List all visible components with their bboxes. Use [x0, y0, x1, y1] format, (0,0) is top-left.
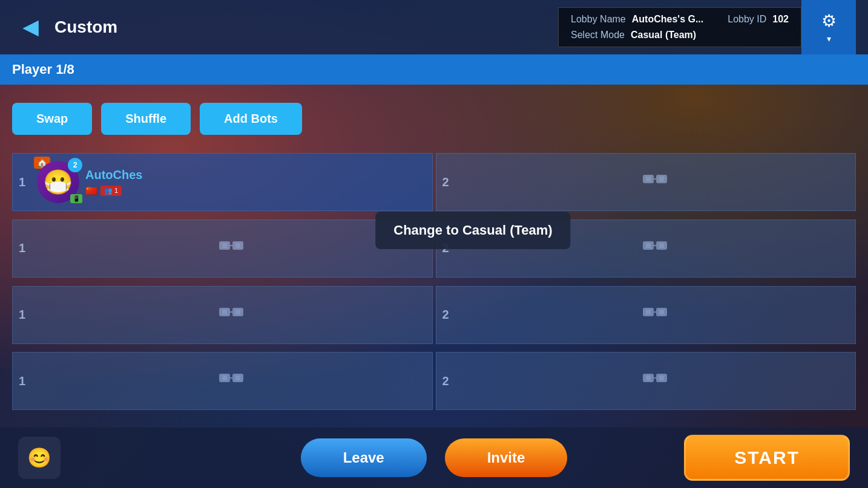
avatar-wrapper: 😷 2 📱 [37, 161, 79, 203]
robot-icon-t2-3 [640, 303, 670, 327]
slot-icon-t2-3 [461, 303, 850, 327]
slot-icon-t1-2 [37, 236, 426, 261]
gear-icon: ⚙ [821, 11, 837, 31]
chevron-down-icon: ▾ [827, 34, 831, 44]
player-meta: 🇨🇳 👥 1 [85, 185, 142, 197]
robot-icon-t1-4 [216, 369, 246, 393]
svg-rect-2 [646, 177, 651, 181]
slot-number-t2-4: 2 [442, 374, 461, 388]
lobby-name-row: Lobby Name AutoChes's G... Lobby ID 102 [571, 14, 789, 25]
slot-number-t2-1: 2 [442, 175, 461, 189]
lobby-id-label: Lobby ID [728, 14, 766, 25]
main-content: Swap Shuffle Add Bots 1 🏠 😷 2 📱 AutoChes [0, 85, 868, 428]
robot-icon-t2-2 [640, 236, 670, 261]
player-details: AutoChes 🇨🇳 👥 1 [85, 168, 142, 197]
back-icon: ◀ [23, 16, 38, 39]
team1-slot-1[interactable]: 1 🏠 😷 2 📱 AutoChes 🇨🇳 👥 1 [12, 153, 433, 211]
robot-icon-t2-4 [640, 369, 670, 393]
robot-icon [640, 170, 670, 194]
robot-icon-t1-2 [216, 236, 246, 261]
svg-rect-11 [659, 243, 664, 248]
slot-number-t1-4: 1 [19, 374, 37, 388]
invite-button[interactable]: Invite [445, 438, 568, 477]
svg-rect-14 [222, 310, 227, 314]
team2-slot-2[interactable]: 2 [436, 220, 856, 278]
slot-number-t1-1: 1 [19, 175, 37, 189]
slot-icon-t2-4 [461, 369, 850, 393]
svg-rect-19 [659, 310, 664, 314]
slot-number-t2-2: 2 [442, 241, 461, 255]
bottom-bar: 😊 Leave Invite START [0, 428, 868, 488]
svg-rect-10 [646, 243, 651, 248]
lobby-name-value: AutoChes's G... [632, 14, 703, 25]
slot-icon-t1-4 [37, 369, 426, 393]
team1-slot-3[interactable]: 1 [12, 286, 433, 344]
slot-icon-t1-3 [37, 303, 426, 327]
page-title: Custom [54, 18, 117, 37]
settings-button[interactable]: ⚙ ▾ [801, 0, 856, 54]
svg-rect-6 [222, 243, 227, 248]
select-mode-row: Select Mode Casual (Team) [571, 30, 789, 41]
robot-icon-t1-3 [216, 303, 246, 327]
player-count-text: Player 1/8 [12, 62, 74, 77]
lobby-info-panel: Lobby Name AutoChes's G... Lobby ID 102 … [558, 7, 801, 47]
svg-rect-7 [235, 243, 240, 248]
rank-badge: 👥 1 [100, 186, 122, 196]
svg-rect-22 [222, 376, 227, 380]
svg-rect-18 [646, 310, 651, 314]
svg-rect-15 [235, 310, 240, 314]
svg-rect-3 [659, 177, 664, 181]
chat-icon: 😊 [27, 446, 51, 469]
team1-slot-4[interactable]: 1 [12, 352, 433, 410]
slot-icon-t2-1 [461, 170, 850, 194]
header-bar: ◀ Custom Lobby Name AutoChes's G... Lobb… [0, 0, 868, 54]
chat-button[interactable]: 😊 [18, 437, 61, 479]
slot-number-t2-3: 2 [442, 308, 461, 322]
swap-button[interactable]: Swap [12, 103, 92, 135]
slot-icon-t2-2 [461, 236, 850, 261]
leave-button[interactable]: Leave [301, 438, 427, 477]
lobby-name-label: Lobby Name [571, 14, 626, 25]
shuffle-button[interactable]: Shuffle [101, 103, 191, 135]
player-info: 😷 2 📱 AutoChes 🇨🇳 👥 1 [37, 161, 426, 203]
phone-badge: 📱 [70, 194, 82, 203]
select-mode-label: Select Mode [571, 30, 625, 41]
action-buttons-row: Swap Shuffle Add Bots [12, 103, 856, 135]
team2-slot-1[interactable]: 2 [436, 153, 856, 211]
teams-grid: 1 🏠 😷 2 📱 AutoChes 🇨🇳 👥 1 [12, 153, 856, 415]
player-count-bar: Player 1/8 [0, 54, 868, 85]
svg-rect-26 [646, 376, 651, 380]
player-name: AutoChes [85, 168, 142, 182]
team2-slot-3[interactable]: 2 [436, 286, 856, 344]
svg-rect-27 [659, 376, 664, 380]
team2-slot-4[interactable]: 2 [436, 352, 856, 410]
flag-icon: 🇨🇳 [85, 185, 97, 197]
level-badge: 2 [68, 158, 82, 172]
svg-rect-23 [235, 376, 240, 380]
slot-number-t1-2: 1 [19, 241, 37, 255]
select-mode-value: Casual (Team) [631, 30, 696, 41]
team1-slot-2[interactable]: 1 [12, 220, 433, 278]
lobby-id-value: 102 [772, 14, 789, 25]
start-button[interactable]: START [684, 435, 850, 481]
back-button[interactable]: ◀ [12, 9, 48, 45]
slot-number-t1-3: 1 [19, 308, 37, 322]
add-bots-button[interactable]: Add Bots [200, 103, 302, 135]
